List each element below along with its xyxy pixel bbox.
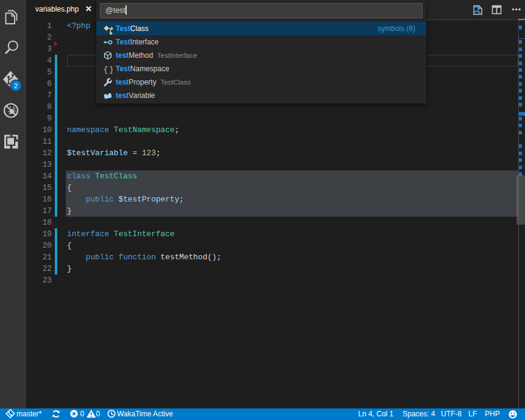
- svg-text:2: 2: [14, 82, 18, 89]
- svg-text:{ }: { }: [104, 66, 113, 74]
